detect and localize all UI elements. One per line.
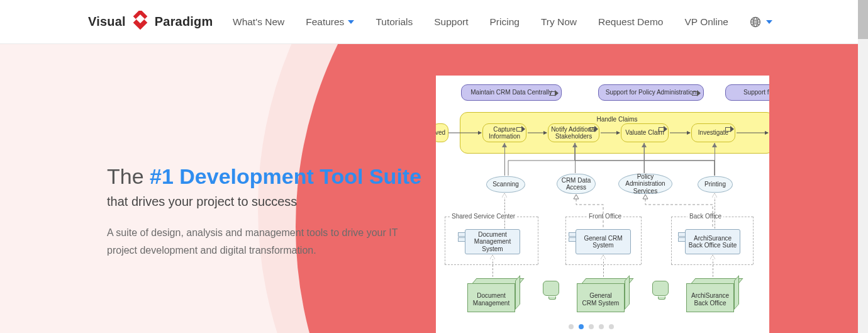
hero-subhead: that drives your project to success [107,195,434,209]
diagram-service: Printing [698,176,733,193]
diagram-device-icon [543,281,559,296]
brand-logo[interactable]: Visual Paradigm [88,10,213,33]
diagram-container-title: Handle Claims [460,116,769,123]
diagram-component: General CRM System [576,229,631,254]
scrollbar-thumb[interactable] [858,0,868,39]
nav-support[interactable]: Support [434,16,468,28]
arrow-icon [550,90,557,96]
brand-diamond-icon [130,11,151,32]
nav-try-now[interactable]: Try Now [541,16,577,28]
diagram-node: Document Management [467,278,520,312]
nav-features[interactable]: Features [306,16,354,28]
brand-word-2: Paradigm [155,14,213,29]
chevron-down-icon [766,20,772,24]
hero-diagram: Maintain CRM Data Centrally Support for … [436,76,769,333]
carousel-dot-4[interactable] [609,324,614,329]
primary-nav: What's New Features Tutorials Support Pr… [233,0,772,44]
nav-whats-new[interactable]: What's New [233,16,284,28]
carousel-dot-3[interactable] [599,324,604,329]
svg-marker-11 [574,195,579,199]
diagram-component: Document Management System [465,229,520,254]
nav-vp-online[interactable]: VP Online [684,16,728,28]
brand-word-1: Visual [88,14,126,29]
diagram-business-process: Maintain CRM Data Centrally [461,84,562,101]
arrow-icon [692,90,699,96]
site-header: Visual Paradigm What's New Features Tuto… [0,0,858,44]
svg-marker-12 [643,195,648,199]
chevron-down-icon [348,20,354,24]
diagram-group-label: Shared Service Center [450,213,517,220]
diagram-group-label: Back Office [687,213,723,220]
carousel-dot-0[interactable] [569,324,574,329]
diagram-service: Policy Administration Services [618,174,672,194]
nav-request-demo[interactable]: Request Demo [598,16,663,28]
nav-tutorials[interactable]: Tutorials [376,16,413,28]
diagram-service: Scanning [486,176,525,193]
diagram-component: ArchiSurance Back Office Suite [685,229,740,254]
hero-section: The #1 Development Tool Suite that drive… [0,44,858,333]
diagram-service: CRM Data Access [557,174,596,194]
diagram-business-process: Support f [725,84,769,101]
nav-pricing[interactable]: Pricing [490,16,520,28]
diagram-group-label: Front Office [587,213,623,220]
diagram-flow-arrows [436,127,769,140]
diagram-node: General CRM System [577,278,630,312]
hero-copy: The #1 Development Tool Suite that drive… [107,164,434,259]
diagram-business-process: Support for Policy Administration [598,84,704,101]
carousel-dot-1[interactable] [579,324,584,329]
carousel-dot-2[interactable] [589,324,594,329]
scrollbar-track[interactable] [858,0,868,333]
hero-body: A suite of design, analysis and manageme… [107,224,421,259]
nav-language[interactable] [750,16,772,28]
diagram-device-icon [652,281,669,296]
carousel-dots [569,324,614,329]
hero-headline: The #1 Development Tool Suite [107,164,434,189]
hero-headline-accent: #1 Development Tool Suite [150,164,421,188]
diagram-node: ArchiSurance Back Office [686,278,739,312]
globe-icon [750,16,761,28]
